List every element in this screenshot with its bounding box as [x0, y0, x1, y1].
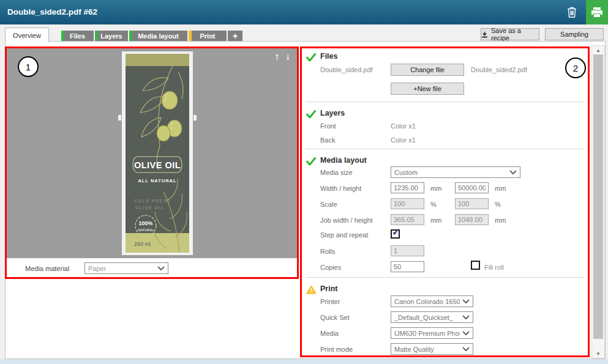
- tab-overview-label: Overview: [13, 32, 41, 39]
- sampling-label: Sampling: [560, 31, 588, 38]
- chevron-down-icon: [509, 170, 517, 174]
- tab-media-layout-label: Media layout: [138, 32, 179, 40]
- scroll-down-button[interactable]: ▼: [592, 349, 604, 358]
- rolls-input: [391, 245, 424, 256]
- job-title: Double_sided2.pdf #62: [7, 0, 97, 24]
- rolls-label: Rolls: [320, 248, 335, 255]
- layer-back-label: Back: [320, 136, 335, 144]
- tab-layers[interactable]: Layers: [95, 31, 128, 41]
- quickset-label: Quick Set: [320, 314, 350, 321]
- add-tab-button[interactable]: +: [228, 31, 242, 41]
- tab-print[interactable]: Print: [189, 31, 227, 41]
- media-width-input[interactable]: [391, 182, 424, 193]
- width-height-label: Width / height: [320, 185, 361, 192]
- save-recipe-icon: [481, 31, 488, 38]
- print-job-button[interactable]: [586, 0, 608, 24]
- job-size-label: Job width / height: [320, 217, 373, 224]
- scale-x-unit: %: [430, 201, 437, 208]
- scroll-down-icon: ▼: [596, 351, 601, 357]
- annotation-1-number: 1: [26, 62, 31, 72]
- reorder-arrows[interactable]: ↑ ↓: [275, 51, 292, 61]
- arrow-up-icon[interactable]: ↑: [275, 51, 282, 61]
- width-unit: mm: [430, 185, 441, 192]
- change-file-label: Change file: [410, 66, 445, 73]
- print-mode-label: Print mode: [320, 346, 353, 353]
- print-heading: Print: [320, 284, 337, 293]
- scrollbar-thumb[interactable]: [593, 54, 603, 339]
- layers-heading: Layers: [320, 109, 345, 117]
- new-file-button[interactable]: +New file: [391, 83, 464, 95]
- job-width-unit: mm: [430, 217, 441, 224]
- layer-back-value: Color x1: [391, 136, 416, 144]
- change-file-button[interactable]: Change file: [391, 64, 464, 76]
- files-heading: Files: [320, 52, 338, 61]
- save-as-recipe-label: Save as a recipe: [491, 27, 539, 42]
- annotation-2-number: 2: [573, 63, 578, 73]
- printer-label: Printer: [320, 298, 340, 305]
- scale-x-input: [391, 198, 424, 209]
- vertical-scrollbar[interactable]: ▲ ▼: [591, 45, 605, 358]
- media-material-select[interactable]: Paper: [84, 262, 168, 274]
- annotation-circle-1: 1: [18, 56, 39, 77]
- settings-pane: Files Double_sided.pdf Change file Doubl…: [300, 46, 590, 357]
- printer-select[interactable]: Canon Colorado 1650: [391, 295, 473, 307]
- media-size-label: Media size: [320, 169, 353, 176]
- media-select[interactable]: IJM630 Premium Photo Paper 4: [391, 327, 473, 339]
- label-badge-top-text: 100%: [138, 220, 152, 226]
- height-unit: mm: [495, 185, 506, 192]
- warning-icon: [306, 285, 317, 294]
- section-divider: [306, 277, 584, 278]
- media-material-row: Media material Paper: [7, 262, 297, 277]
- label-volume-text: 250 ml: [134, 241, 151, 247]
- print-mode-select[interactable]: Matte Quality: [391, 343, 473, 355]
- copies-input[interactable]: [391, 261, 424, 272]
- section-divider: [306, 102, 584, 102]
- quickset-value: _Default_Quickset_: [394, 314, 453, 321]
- layer-front-value: Color x1: [391, 122, 416, 130]
- label-tagline2-text: OLIVE OIL: [135, 206, 164, 210]
- tab-layers-status-stripe: [95, 31, 98, 41]
- media-material-value: Paper: [88, 265, 106, 272]
- media-height-input[interactable]: [455, 182, 489, 193]
- plus-icon: +: [233, 31, 238, 41]
- copy-separator-right: [193, 115, 197, 121]
- scroll-up-button[interactable]: ▲: [592, 46, 604, 54]
- fill-roll-checkbox[interactable]: [471, 261, 480, 270]
- trash-icon: [566, 6, 577, 18]
- label-badge-bottom-text: NATURAL: [138, 228, 153, 232]
- chevron-down-icon: [157, 266, 165, 270]
- media-material-label: Media material: [25, 265, 69, 272]
- tab-print-label: Print: [200, 32, 215, 40]
- quickset-select[interactable]: _Default_Quickset_: [391, 311, 473, 323]
- print-mode-value: Matte Quality: [394, 346, 434, 353]
- tab-media-layout[interactable]: Media layout: [129, 31, 187, 41]
- save-as-recipe-button[interactable]: Save as a recipe: [481, 28, 539, 40]
- tab-files[interactable]: Files: [61, 31, 94, 41]
- chevron-down-icon: [462, 331, 470, 335]
- chevron-down-icon: [462, 315, 470, 319]
- scale-label: Scale: [320, 201, 337, 208]
- step-repeat-label: Step and repeat: [320, 231, 368, 239]
- label-artwork: OLIVE OIL ALL NATURAL COLD PRESS OLIVE O…: [126, 54, 189, 253]
- check-icon: [306, 157, 316, 166]
- tab-files-label: Files: [70, 32, 85, 40]
- tab-layers-label: Layers: [100, 32, 122, 40]
- title-bar: Double_sided2.pdf #62: [0, 0, 608, 24]
- tab-media-layout-status-stripe: [129, 31, 132, 41]
- scale-y-input: [455, 198, 489, 209]
- job-preview[interactable]: OLIVE OIL ALL NATURAL COLD PRESS OLIVE O…: [7, 48, 297, 258]
- fill-roll-label: Fill roll: [484, 264, 504, 271]
- copies-label: Copies: [320, 264, 341, 271]
- annotation-circle-2: 2: [565, 58, 586, 78]
- delete-job-button[interactable]: [561, 0, 582, 24]
- layer-front-label: Front: [320, 122, 336, 130]
- new-file-label: +New file: [413, 85, 441, 92]
- arrow-down-icon[interactable]: ↓: [286, 51, 293, 61]
- tab-overview[interactable]: Overview: [5, 28, 49, 42]
- media-value: IJM630 Premium Photo Paper 4: [394, 330, 460, 337]
- sampling-button[interactable]: Sampling: [545, 28, 604, 40]
- step-repeat-checkbox[interactable]: ✓: [391, 229, 400, 239]
- media-size-select[interactable]: Custom: [391, 166, 520, 178]
- job-width-input: [391, 214, 424, 225]
- check-icon: [306, 53, 316, 62]
